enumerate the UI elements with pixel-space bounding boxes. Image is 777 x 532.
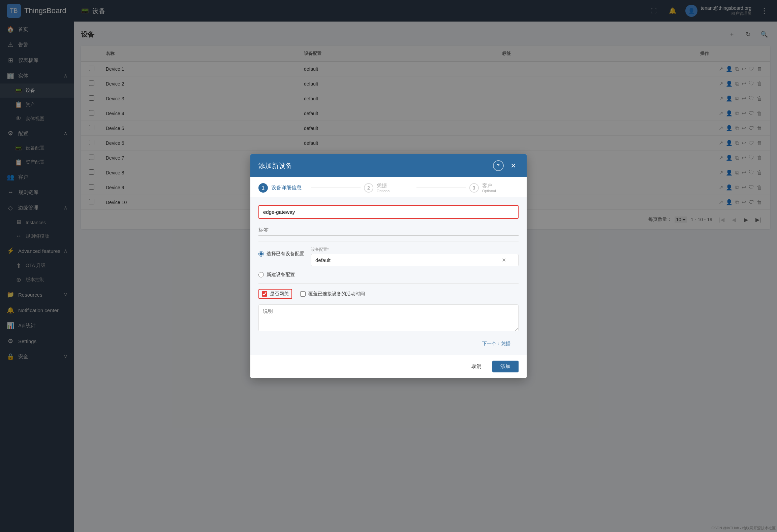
profile-row: 选择已有设备配置 设备配置* default ✕ [258,247,519,266]
step-2-label: 凭据 Optional [377,182,391,193]
overwrite-checkbox[interactable] [300,291,306,297]
modal-header: 添加新设备 ? ✕ [250,154,527,177]
form-divider [258,241,519,241]
overwrite-label: 覆盖已连接设备的活动时间 [308,291,365,297]
tags-field-group [258,224,519,236]
step-2: 2 凭据 Optional [364,182,413,193]
step-3-title: 客户 [482,182,496,189]
new-profile-radio[interactable] [258,272,264,277]
step-divider-2 [416,188,466,188]
step-1: 1 设备详细信息 [258,183,308,193]
modal-body: 选择已有设备配置 设备配置* default ✕ 新建设备配置 [250,197,527,355]
add-button[interactable]: 添加 [492,361,519,372]
step-1-circle: 1 [258,183,268,193]
modal-title: 添加新设备 [258,161,292,170]
step-3-sublabel: Optional [482,189,496,193]
description-group [258,304,519,333]
modal-overlay: 添加新设备 ? ✕ 1 设备详细信息 2 凭据 Optional [0,0,777,532]
cancel-button[interactable]: 取消 [465,361,488,372]
modal-steps: 1 设备详细信息 2 凭据 Optional 3 客户 Optional [250,177,527,197]
step-2-circle: 2 [364,183,373,193]
modal-header-actions: ? ✕ [493,160,519,171]
gateway-checkbox-box: 是否网关 [258,289,292,299]
new-profile-radio-label[interactable]: 新建设备配置 [258,272,519,278]
profile-clear-button[interactable]: ✕ [502,257,506,263]
new-profile-group: 新建设备配置 [258,272,519,278]
step-2-title: 凭据 [377,182,391,189]
name-field-group [258,205,519,219]
next-link-area: 下一个：凭据 [258,338,519,347]
overwrite-checkbox-item[interactable]: 覆盖已连接设备的活动时间 [300,291,365,297]
modal-help-button[interactable]: ? [493,160,504,171]
step-2-sublabel: Optional [377,189,391,193]
profile-field-label: 设备配置* [311,247,519,253]
step-3: 3 客户 Optional [469,182,519,193]
modal-close-button[interactable]: ✕ [508,160,519,171]
gateway-options-row: 是否网关 覆盖已连接设备的活动时间 [258,289,519,299]
select-profile-radio[interactable] [258,251,264,257]
new-profile-label: 新建设备配置 [267,272,295,278]
profile-select-box: 设备配置* default ✕ [311,247,519,266]
next-credentials-link[interactable]: 下一个：凭据 [482,341,510,347]
device-name-input[interactable] [258,205,519,219]
is-gateway-checkbox[interactable] [262,291,267,297]
step-3-circle: 3 [469,183,479,193]
step-1-title: 设备详细信息 [271,185,302,191]
step-3-label: 客户 Optional [482,182,496,193]
select-profile-radio-label[interactable]: 选择已有设备配置 [258,251,304,257]
add-device-modal: 添加新设备 ? ✕ 1 设备详细信息 2 凭据 Optional [250,154,527,378]
select-profile-label: 选择已有设备配置 [267,251,304,257]
profile-value: default [315,257,331,263]
profile-select-display[interactable]: default ✕ [311,254,519,266]
device-tags-input[interactable] [258,224,519,236]
form-divider-2 [258,283,519,284]
modal-footer: 取消 添加 [250,355,527,378]
step-divider-1 [311,188,360,188]
step-1-label: 设备详细信息 [271,185,302,191]
is-gateway-label: 是否网关 [270,291,289,297]
description-textarea[interactable] [258,304,519,331]
